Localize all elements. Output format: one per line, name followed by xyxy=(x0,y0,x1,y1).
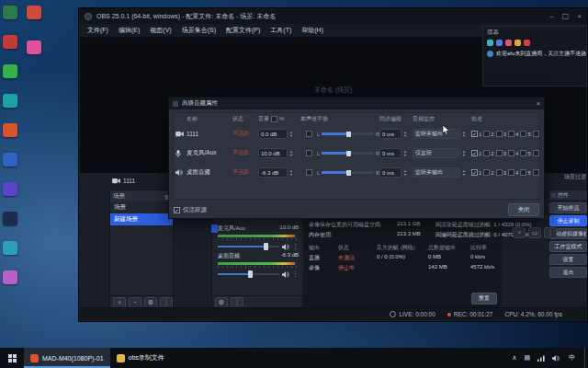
taskbar-item[interactable]: obs录制文件 xyxy=(110,348,171,368)
obs-titlebar[interactable]: OBS 25.0.1 (64-bit, windows) - 配置文件: 未命名… xyxy=(79,8,587,24)
track-4-checkbox[interactable] xyxy=(508,131,514,137)
mixer-dock-tab[interactable] xyxy=(211,224,218,233)
monitoring-dropdown[interactable]: 仅监听 xyxy=(413,148,460,158)
volume-input[interactable]: 0.0 dB xyxy=(258,129,288,139)
track-1-checkbox[interactable]: ✓ xyxy=(471,169,478,176)
track-6-checkbox[interactable] xyxy=(533,169,539,176)
tray-app-icon[interactable]: ▤ xyxy=(524,354,530,362)
menu-item[interactable]: 场景集合(S) xyxy=(182,26,216,35)
dialog-close-button[interactable]: 关闭 xyxy=(508,203,539,216)
dialog-titlebar[interactable]: 高级音频属性 × xyxy=(169,98,544,109)
app-blue-ps-icon[interactable] xyxy=(3,153,17,167)
app-orange-icon[interactable] xyxy=(3,123,17,137)
scene-item[interactable]: 新建场景 xyxy=(110,213,173,225)
app-green-monitor-icon[interactable] xyxy=(3,6,17,19)
gift-icon[interactable] xyxy=(487,40,493,46)
network-icon[interactable] xyxy=(537,355,545,362)
control-button-4[interactable]: 工作室模式 xyxy=(549,241,587,252)
source-list-item[interactable]: 1111 xyxy=(109,175,174,187)
stats-reset-button[interactable]: 重置 xyxy=(471,293,497,305)
channel-more-button[interactable]: ⋮ xyxy=(292,270,299,278)
percent-checkbox[interactable] xyxy=(271,116,277,122)
dialog-close-icon[interactable]: × xyxy=(537,100,540,107)
spinner-stepper[interactable]: ▲▼ xyxy=(289,169,293,177)
dock-add-button[interactable]: ＋ xyxy=(513,227,526,238)
monitoring-dropdown[interactable]: 监听并输出 xyxy=(413,167,460,178)
app-purple-pr-icon[interactable] xyxy=(3,182,17,196)
volume-input[interactable]: 10.0 dB xyxy=(258,148,288,158)
scene-item[interactable]: 场景 xyxy=(110,201,173,213)
volume-icon[interactable] xyxy=(552,355,560,362)
app-magenta-live-icon[interactable] xyxy=(27,40,41,54)
spinner-stepper[interactable]: ▲▼ xyxy=(289,131,293,138)
app-green-icon[interactable] xyxy=(3,64,17,78)
start-button[interactable] xyxy=(0,348,24,368)
control-button-5[interactable]: 设置 xyxy=(549,254,587,265)
gift-icon[interactable] xyxy=(514,40,521,46)
mute-toggle-icon[interactable] xyxy=(282,244,289,250)
add-scene-button[interactable]: ＋ xyxy=(113,297,126,308)
gift-icon[interactable] xyxy=(505,40,512,46)
spinner-stepper[interactable]: ▲▼ xyxy=(462,169,466,177)
app-teal-icon[interactable] xyxy=(3,94,17,108)
balance-slider[interactable] xyxy=(322,152,374,155)
menu-item[interactable]: 帮助(H) xyxy=(301,26,323,35)
menu-item[interactable]: 配置文件(P) xyxy=(226,26,260,35)
track-6-checkbox[interactable] xyxy=(533,150,539,156)
monitoring-dropdown[interactable]: 监听并输出 xyxy=(413,129,460,139)
sync-offset-input[interactable]: 0 ms xyxy=(379,167,401,178)
dock-more-button[interactable]: ⋮ xyxy=(544,227,557,238)
track-1-checkbox[interactable]: ✓ xyxy=(471,150,478,156)
mono-checkbox[interactable] xyxy=(306,131,312,137)
minimize-button[interactable]: – xyxy=(549,12,553,20)
channel-more-button[interactable]: ⋮ xyxy=(292,243,299,250)
track-5-checkbox[interactable] xyxy=(520,150,526,156)
mono-checkbox[interactable] xyxy=(306,169,312,176)
spinner-stepper[interactable]: ▲▼ xyxy=(289,150,293,157)
track-5-checkbox[interactable] xyxy=(520,169,526,176)
control-button-1[interactable]: 开始推流 xyxy=(549,202,587,213)
track-1-checkbox[interactable]: ✓ xyxy=(471,131,478,137)
menu-item[interactable]: 文件(F) xyxy=(87,26,108,35)
scene-properties-button[interactable]: ⚙ xyxy=(144,297,157,308)
volume-input[interactable]: -6.3 dB xyxy=(258,167,288,178)
track-2-checkbox[interactable] xyxy=(483,131,490,137)
volume-slider[interactable] xyxy=(218,246,279,247)
sync-offset-input[interactable]: 0 ms xyxy=(379,129,401,139)
show-desktop-button[interactable] xyxy=(584,348,588,368)
control-button-2[interactable]: 停止录制 xyxy=(549,215,587,226)
ime-indicator[interactable]: 中 xyxy=(567,352,577,363)
app-red-white-icon[interactable] xyxy=(27,6,41,19)
mute-toggle-icon[interactable] xyxy=(282,271,289,278)
track-5-checkbox[interactable] xyxy=(520,131,526,137)
track-4-checkbox[interactable] xyxy=(508,169,514,176)
gift-icon[interactable] xyxy=(496,40,503,46)
gift-icon[interactable] xyxy=(524,40,530,46)
app-dark-icon[interactable] xyxy=(3,212,17,225)
remove-scene-button[interactable]: － xyxy=(129,297,141,308)
control-button-6[interactable]: 退出 xyxy=(549,267,587,278)
mono-checkbox[interactable] xyxy=(306,150,312,156)
track-3-checkbox[interactable] xyxy=(496,169,503,176)
app-pink-icon[interactable] xyxy=(3,270,17,284)
app-red-icon[interactable] xyxy=(3,35,17,49)
spinner-stepper[interactable]: ▲▼ xyxy=(403,150,407,157)
menu-item[interactable]: 工具(T) xyxy=(270,26,291,35)
spinner-stepper[interactable]: ▲▼ xyxy=(462,131,466,138)
spinner-stepper[interactable]: ▲▼ xyxy=(462,150,466,157)
track-3-checkbox[interactable] xyxy=(496,131,503,137)
mixer-more-button[interactable]: ⋮ xyxy=(231,297,243,308)
track-2-checkbox[interactable] xyxy=(483,150,490,156)
scene-more-button[interactable]: ⋮ xyxy=(160,297,173,308)
menu-item[interactable]: 编辑(E) xyxy=(119,26,140,35)
volume-slider[interactable] xyxy=(218,273,279,275)
app-cyan-icon[interactable] xyxy=(3,241,17,255)
balance-slider[interactable] xyxy=(322,171,374,174)
mixer-config-button[interactable]: ⚙ xyxy=(215,297,228,308)
chevron-up-icon[interactable]: ∧ xyxy=(512,354,516,362)
sync-offset-input[interactable]: 0 ms xyxy=(379,148,401,158)
active-only-checkbox[interactable]: ✓ xyxy=(174,207,180,213)
track-6-checkbox[interactable] xyxy=(533,131,539,137)
taskbar-item[interactable]: MAD-M40(1080P)-01 xyxy=(24,348,110,368)
close-button[interactable]: × xyxy=(577,12,582,20)
